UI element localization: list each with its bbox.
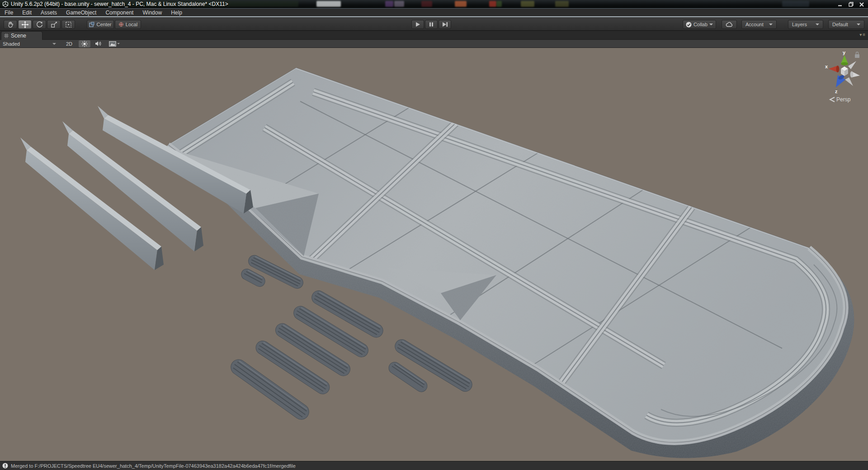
panel-menu-icon[interactable]: ▾≡ (859, 32, 866, 37)
move-tool-button[interactable] (18, 20, 32, 29)
cloud-services-button[interactable] (722, 20, 737, 29)
chevron-down-icon (117, 43, 120, 44)
collab-label: Collab (693, 22, 708, 27)
menu-help[interactable]: Help (166, 9, 187, 16)
menu-window[interactable]: Window (138, 9, 166, 16)
rotation-mode-button[interactable]: Local (115, 20, 141, 29)
titlebar-glass-reflection (782, 1, 809, 7)
window-title: Unity 5.6.2p2 (64bit) - base.unity - sew… (11, 1, 228, 7)
pivot-mode-label: Center (96, 22, 111, 27)
menu-component[interactable]: Component (101, 9, 138, 16)
layout-dropdown[interactable]: Default (828, 20, 864, 29)
play-icon (415, 22, 420, 27)
titlebar-glass-reflection (385, 1, 393, 7)
panel-tab-bar: Scene ▾≡ (0, 31, 868, 40)
rect-tool-button[interactable] (61, 20, 75, 29)
lock-icon (855, 52, 859, 58)
grid-icon (4, 33, 9, 38)
axis-y-base (841, 62, 848, 66)
orientation-gizmo[interactable]: y x z (825, 50, 860, 94)
layout-label: Default (832, 22, 848, 27)
tread-strip (392, 337, 475, 394)
layers-dropdown[interactable]: Layers (788, 20, 823, 29)
pivot-icon (89, 22, 94, 27)
titlebar-glass-reflection (316, 1, 341, 7)
shading-mode-label: Shaded (3, 41, 20, 47)
close-icon[interactable] (857, 1, 866, 7)
titlebar-glass-reflection (555, 1, 569, 7)
scene-view-toolbar: Shaded 2D Gizmos (0, 40, 868, 48)
scene-viewport[interactable]: y x z Persp (0, 48, 868, 461)
restore-button[interactable] (846, 1, 855, 7)
rotation-mode-icon (118, 22, 124, 27)
persp-arrow-icon (830, 97, 835, 102)
unity-logo-icon (2, 1, 9, 8)
axis-neg-z-cone[interactable] (848, 61, 856, 69)
2d-toggle-button[interactable]: 2D (63, 40, 75, 47)
axis-neg-y-cone[interactable] (845, 77, 853, 86)
sun-icon (81, 41, 88, 47)
status-bar[interactable]: Merged to F:/PROJECTS/Speedtree EU4/sewe… (0, 461, 868, 470)
axis-x-label: x (825, 64, 828, 69)
step-button[interactable] (439, 20, 451, 29)
minimize-button[interactable] (835, 1, 844, 7)
titlebar-glass-reflection (394, 1, 404, 7)
chevron-down-icon (709, 24, 713, 25)
hand-icon (7, 21, 14, 28)
titlebar-glass-reflection (496, 1, 502, 7)
axis-z-label: z (835, 89, 838, 94)
rotate-tool-button[interactable] (33, 20, 46, 29)
shading-mode-dropdown[interactable]: Shaded (0, 40, 59, 47)
layers-label: Layers (792, 22, 807, 27)
tab-scene-label: Scene (11, 33, 26, 39)
cloud-icon (726, 22, 733, 27)
menu-file[interactable]: File (0, 9, 18, 16)
chevron-down-icon (857, 24, 860, 25)
main-toolbar: Center Local Collab Account Layer (0, 17, 868, 31)
move-icon (21, 21, 29, 28)
scale-tool-button[interactable] (47, 20, 61, 29)
pause-button[interactable] (425, 20, 438, 29)
collab-button[interactable]: Collab (683, 20, 716, 29)
step-icon (442, 22, 448, 27)
scale-icon (50, 21, 58, 28)
menu-edit[interactable]: Edit (18, 9, 36, 16)
pivot-mode-button[interactable]: Center (87, 20, 114, 29)
image-icon (109, 41, 116, 47)
info-icon (2, 463, 8, 469)
titlebar-glass-reflection (455, 1, 467, 7)
menu-gameobject[interactable]: GameObject (61, 9, 101, 16)
status-message: Merged to F:/PROJECTS/Speedtree EU4/sewe… (11, 463, 296, 469)
axis-neg-x-base (850, 71, 854, 78)
rotation-mode-label: Local (126, 22, 137, 27)
rect-tool-icon (65, 21, 72, 28)
projection-indicator[interactable]: Persp (830, 96, 851, 103)
titlebar-glass-reflection (489, 1, 496, 7)
account-button[interactable]: Account (741, 20, 777, 29)
gizmo-cube[interactable] (841, 66, 848, 76)
scene-lighting-toggle[interactable] (79, 40, 90, 47)
rotate-icon (36, 21, 43, 28)
axis-x-base (836, 66, 840, 72)
speaker-icon (95, 41, 102, 47)
play-button[interactable] (411, 20, 424, 29)
sewer-hatch-model[interactable] (0, 48, 868, 461)
axis-y-label: y (843, 50, 846, 55)
titlebar-glass-reflection (521, 1, 534, 7)
scene-audio-toggle[interactable] (92, 40, 104, 47)
chevron-down-icon (52, 43, 56, 45)
account-label: Account (745, 22, 764, 27)
projection-label: Persp (836, 96, 851, 103)
pause-icon (429, 22, 434, 27)
2d-toggle-label: 2D (66, 41, 72, 47)
menu-assets[interactable]: Assets (36, 9, 61, 16)
collab-check-icon (686, 22, 692, 28)
concrete-noise (0, 48, 868, 461)
hand-tool-button[interactable] (4, 20, 17, 29)
menu-bar: File Edit Assets GameObject Component Wi… (0, 8, 868, 16)
titlebar-glass-reflection (421, 1, 432, 7)
scene-effects-dropdown[interactable] (106, 40, 123, 47)
tab-scene[interactable]: Scene (1, 31, 42, 40)
title-bar[interactable]: Unity 5.6.2p2 (64bit) - base.unity - sew… (0, 0, 868, 8)
scene-render: y x z Persp (0, 48, 868, 461)
